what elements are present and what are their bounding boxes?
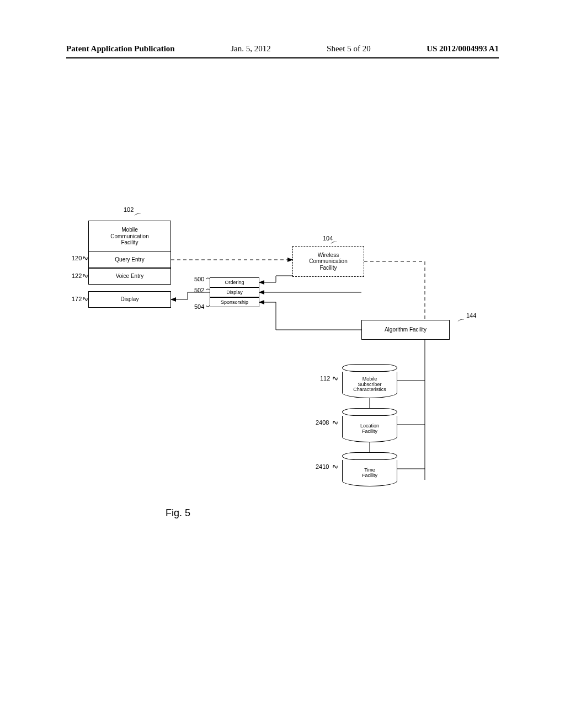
header-pubno: US 2012/0004993 A1 [427, 44, 499, 53]
figure-diagram: Mobile Communication Facility 102 ⌒ Quer… [72, 204, 491, 513]
header-rule [66, 57, 499, 58]
connectors [72, 204, 491, 513]
header-sheet: Sheet 5 of 20 [327, 44, 371, 53]
header-pubtype: Patent Application Publication [66, 44, 175, 53]
figure-caption: Fig. 5 [166, 507, 190, 519]
header-date: Jan. 5, 2012 [231, 44, 271, 53]
